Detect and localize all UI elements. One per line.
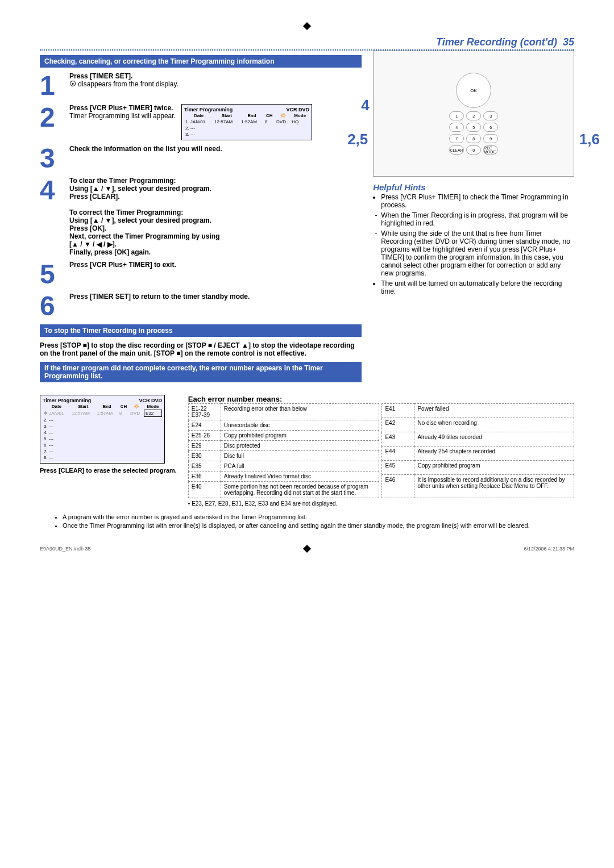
step-2: 2 Press [VCR Plus+ TIMER] twice. Timer P…: [40, 104, 362, 140]
step-4-clear-l2: Press [CLEAR].: [69, 193, 120, 201]
th: 🔆: [129, 403, 144, 410]
err-code: E42: [382, 418, 414, 432]
error-table-left: E1-22 E37-39Recording error other than b…: [188, 403, 380, 498]
key-rec: REC MODE: [483, 145, 498, 155]
td: 12:57AM: [213, 119, 240, 125]
th-ch: CH: [264, 112, 275, 119]
stop-instruction: Press [STOP ■] to stop the disc recordin…: [40, 341, 362, 357]
step-number: 3: [40, 145, 65, 172]
td-blank: 2. ---: [184, 125, 309, 131]
stop-instruction-text: Press [STOP ■] to stop the disc recordin…: [40, 341, 355, 357]
page-number: 35: [563, 36, 574, 48]
err-desc: Unrecordable disc: [221, 420, 379, 431]
step-4-corr-l5: Finally, press [OK] again.: [69, 248, 151, 256]
err-desc: Disc full: [221, 451, 379, 461]
footnote-2: Once the Timer Programming list with err…: [63, 522, 574, 529]
step-4-clear-title: To clear the Timer Programming:: [69, 177, 176, 185]
step-4-corr-title: To correct the Timer Programming:: [69, 208, 183, 216]
td-error: E22: [144, 410, 162, 417]
step-3-line1: Check the information on the list you wi…: [69, 145, 222, 153]
td: 8: [264, 119, 275, 125]
top-diamond: [40, 23, 574, 31]
step-6: 6 Press [TIMER SET] to return to the tim…: [40, 293, 362, 320]
timer-programming-list-box: Timer Programming VCR DVD Date Start End…: [40, 395, 165, 464]
hint-2: When the Timer Recording is in progress,…: [381, 211, 574, 227]
th-start: Start: [213, 112, 240, 119]
step-5: 5 Press [VCR Plus+ TIMER] to exit.: [40, 261, 362, 288]
th: CH: [118, 403, 129, 410]
clear-instruction: Press [CLEAR] to erase the selected prog…: [40, 467, 177, 474]
th-icon: 🔆: [275, 112, 291, 119]
ok-button-icon: OK: [456, 73, 491, 108]
remote-control-diagram: 4 2,5 1,6 OK 1 2 3 4 5 6 7 8 9 CLEAR 0 R…: [373, 51, 574, 177]
th: Start: [70, 403, 96, 410]
step-3: 3 Check the information on the list you …: [40, 145, 362, 172]
footer-right: 6/12/2006 4:21:33 PM: [524, 546, 574, 552]
th-date: Date: [184, 112, 213, 119]
th: End: [96, 403, 118, 410]
err-code: E30: [188, 451, 221, 461]
helpful-hints: Helpful Hints Press [VCR Plus+ TIMER] to…: [373, 182, 574, 295]
err-desc: Some portion has not been recorded becau…: [221, 482, 379, 498]
err-code: E41: [382, 404, 414, 418]
key-1: 1: [449, 111, 464, 120]
td-blank: 5. ---: [43, 436, 162, 442]
err-code: E43: [382, 432, 414, 446]
td-blank: 2. ---: [43, 417, 162, 424]
err-code: E24: [188, 420, 221, 431]
td: HQ: [291, 119, 309, 125]
step-4-corr-l1: Using [▲ / ▼], select your desired progr…: [69, 216, 211, 224]
step-4-corr-l3: Next, correct the Timer Programming by u…: [69, 232, 220, 240]
footnote-1: A program with the error number is graye…: [63, 514, 574, 520]
hint-4: The unit will be turned on automatically…: [381, 279, 574, 295]
err-code: E35: [188, 461, 221, 471]
key-8: 8: [466, 134, 481, 143]
step-4: 4 To clear the Timer Programming: Using …: [40, 177, 362, 256]
step-1-line1: Press [TIMER SET].: [69, 72, 132, 80]
step-1: 1 Press [TIMER SET]. ⦿ disappears from t…: [40, 72, 362, 99]
err-code: E46: [382, 475, 414, 498]
td: 1:57AM: [96, 410, 118, 417]
td-blank: 7. ---: [43, 448, 162, 454]
hint-3: While using the side of the unit that is…: [381, 229, 574, 277]
err-code: E36: [188, 471, 221, 482]
td: ✱ JAN/01: [43, 410, 70, 417]
callout-4: 4: [361, 97, 369, 114]
callout-25: 2,5: [347, 131, 368, 148]
helpful-hints-title: Helpful Hints: [373, 182, 574, 192]
footnotes: A program with the error number is graye…: [40, 514, 574, 529]
td-blank: 6. ---: [43, 442, 162, 448]
td-blank: 4. ---: [43, 429, 162, 436]
step-2-line1: Press [VCR Plus+ TIMER] twice.: [69, 104, 173, 112]
list-box-media: VCR DVD: [139, 398, 162, 403]
footer-diamond-icon: [303, 545, 311, 553]
err-code: E40: [188, 482, 221, 498]
err-code: E44: [382, 446, 414, 461]
timer-box-row: 1. JAN/01 12:57AM 1:57AM 8 DVD HQ: [184, 119, 309, 125]
err-desc: Disc protected: [221, 441, 379, 451]
err-desc: PCA full: [221, 461, 379, 471]
err-code: E29: [188, 441, 221, 451]
err-desc: Already finalized Video format disc: [221, 471, 379, 482]
step-number: 1: [40, 72, 65, 99]
err-desc: Recording error other than below: [221, 404, 379, 420]
err-desc: Already 254 chapters recorded: [414, 446, 574, 461]
step-5-line1: Press [VCR Plus+ TIMER] to exit.: [69, 261, 176, 269]
page-footer: E9A90UD_EN.indb 35 6/12/2006 4:21:33 PM: [40, 546, 574, 552]
td-blank: 3. ---: [184, 131, 309, 137]
th: Date: [43, 403, 70, 410]
err-desc: Copy prohibited program: [221, 431, 379, 441]
err-desc: Power failed: [414, 404, 574, 418]
hint-1: Press [VCR Plus+ TIMER] to check the Tim…: [381, 193, 574, 209]
remote-keypad: 1 2 3 4 5 6 7 8 9 CLEAR 0 REC MODE: [449, 111, 498, 155]
key-5: 5: [466, 123, 481, 132]
section-stop-process: To stop the Timer Recording in process: [40, 324, 362, 337]
page-title: Timer Recording (cont'd): [436, 36, 557, 48]
td-blank: 3. ---: [43, 423, 162, 429]
key-7: 7: [449, 134, 464, 143]
key-4: 4: [449, 123, 464, 132]
err-desc: Copy prohibited program: [414, 461, 574, 475]
list-box-title: Timer Programming: [43, 398, 91, 403]
step-6-line1: Press [TIMER SET] to return to the timer…: [69, 293, 250, 301]
page-header: Timer Recording (cont'd) 35: [40, 36, 574, 51]
